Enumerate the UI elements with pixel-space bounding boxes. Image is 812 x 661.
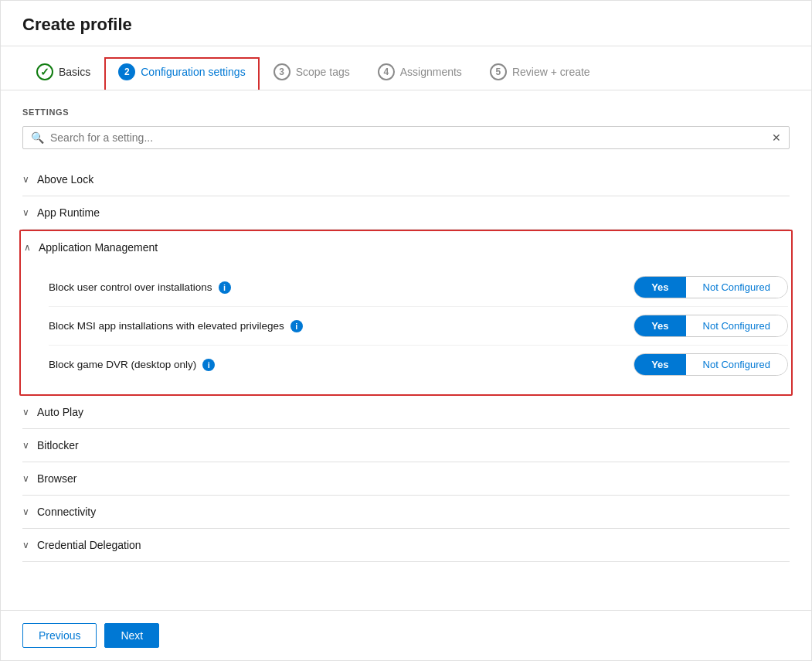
info-icon-block-msi-app[interactable]: i: [290, 320, 303, 332]
chevron-down-icon: ∨: [22, 207, 29, 218]
page-title: Create profile: [22, 15, 790, 35]
search-icon: 🔍: [31, 131, 44, 144]
toggle-yes-block-game-dvr[interactable]: Yes: [634, 354, 685, 375]
tab-number-review: 5: [496, 66, 501, 77]
chevron-down-icon: ∨: [22, 407, 29, 417]
tab-review[interactable]: 5 Review + create: [476, 57, 604, 90]
chevron-up-icon: ∧: [24, 242, 31, 253]
accordion-label-app-runtime: App Runtime: [37, 206, 100, 219]
accordion-header-auto-play[interactable]: ∨ Auto Play: [22, 396, 790, 428]
accordion-credential-delegation: ∨ Credential Delegation: [22, 529, 790, 562]
accordion-application-management: ∧ Application Management Block user cont…: [19, 230, 793, 396]
setting-label-block-user-control: Block user control over installations: [49, 281, 212, 293]
accordion-label-above-lock: Above Lock: [37, 173, 93, 186]
toggle-group-block-user-control: Yes Not Configured: [634, 276, 788, 298]
tab-basics[interactable]: ✓ Basics: [22, 57, 104, 90]
chevron-down-icon: ∨: [22, 540, 29, 550]
tab-label-configuration: Configuration settings: [141, 66, 245, 78]
tab-circle-basics: ✓: [36, 63, 53, 80]
tab-number-assignments: 4: [383, 66, 389, 77]
accordion-header-browser[interactable]: ∨ Browser: [22, 462, 790, 495]
setting-label-wrap-1: Block user control over installations i: [49, 281, 634, 294]
accordion-app-runtime: ∨ App Runtime: [22, 196, 790, 230]
toggle-group-block-game-dvr: Yes Not Configured: [634, 353, 788, 376]
tab-assignments[interactable]: 4 Assignments: [364, 57, 476, 90]
info-icon-block-game-dvr[interactable]: i: [202, 359, 215, 371]
toggle-group-block-msi-app: Yes Not Configured: [634, 315, 788, 337]
check-icon: ✓: [40, 66, 49, 78]
accordion-above-lock: ∨ Above Lock: [22, 163, 790, 196]
setting-label-wrap-2: Block MSI app installations with elevate…: [49, 320, 634, 332]
setting-row-block-game-dvr: Block game DVR (desktop only) i Yes Not …: [49, 345, 788, 383]
next-button[interactable]: Next: [104, 623, 159, 648]
chevron-down-icon: ∨: [22, 440, 29, 451]
tab-label-review: Review + create: [512, 66, 590, 78]
accordion-connectivity: ∨ Connectivity: [22, 496, 790, 529]
accordion-label-application-management: Application Management: [39, 241, 158, 254]
content-area: SETTINGS 🔍 ✕ ∨ Above Lock ∨ App Runtime …: [1, 90, 811, 610]
tab-configuration[interactable]: 2 Configuration settings: [104, 57, 259, 90]
tab-circle-scope: 3: [273, 63, 290, 80]
tab-label-basics: Basics: [59, 66, 90, 78]
setting-label-block-msi-app: Block MSI app installations with elevate…: [49, 320, 284, 332]
accordion-label-credential-delegation: Credential Delegation: [37, 539, 141, 551]
accordion-header-bitlocker[interactable]: ∨ Bitlocker: [22, 429, 790, 462]
clear-icon[interactable]: ✕: [772, 131, 781, 144]
tab-label-assignments: Assignments: [400, 66, 462, 78]
accordion-auto-play: ∨ Auto Play: [22, 396, 790, 429]
accordion-label-bitlocker: Bitlocker: [37, 439, 79, 451]
previous-button[interactable]: Previous: [22, 623, 97, 648]
accordion-label-connectivity: Connectivity: [37, 506, 96, 518]
search-box[interactable]: 🔍 ✕: [22, 126, 790, 149]
accordion-browser: ∨ Browser: [22, 462, 790, 496]
info-icon-block-user-control[interactable]: i: [219, 281, 231, 294]
setting-label-block-game-dvr: Block game DVR (desktop only): [49, 359, 196, 370]
tab-circle-review: 5: [490, 63, 507, 80]
chevron-down-icon: ∨: [22, 473, 29, 484]
chevron-down-icon: ∨: [22, 506, 29, 517]
toggle-yes-block-user-control[interactable]: Yes: [634, 277, 685, 298]
tab-scope[interactable]: 3 Scope tags: [260, 57, 364, 90]
accordion-header-app-runtime[interactable]: ∨ App Runtime: [22, 196, 790, 229]
setting-row-block-msi-app: Block MSI app installations with elevate…: [49, 306, 788, 345]
tab-number-configuration: 2: [124, 66, 130, 77]
accordion-header-above-lock[interactable]: ∨ Above Lock: [22, 163, 790, 196]
tab-circle-configuration: 2: [118, 63, 135, 80]
accordion-label-auto-play: Auto Play: [37, 406, 83, 418]
page-container: Create profile ✓ Basics 2 Configuration …: [0, 0, 812, 661]
tab-label-scope: Scope tags: [296, 66, 350, 78]
toggle-yes-block-msi-app[interactable]: Yes: [634, 315, 685, 336]
wizard-tabs: ✓ Basics 2 Configuration settings 3 Scop…: [1, 46, 811, 90]
setting-row-block-user-control: Block user control over installations i …: [49, 268, 788, 306]
tab-number-scope: 3: [279, 66, 284, 77]
toggle-not-configured-block-game-dvr[interactable]: Not Configured: [686, 354, 787, 375]
page-header: Create profile: [1, 1, 811, 46]
accordion-header-credential-delegation[interactable]: ∨ Credential Delegation: [22, 529, 790, 561]
footer: Previous Next: [1, 610, 811, 660]
accordion-bitlocker: ∨ Bitlocker: [22, 429, 790, 462]
accordion-header-application-management[interactable]: ∧ Application Management: [24, 231, 788, 264]
toggle-not-configured-block-msi-app[interactable]: Not Configured: [686, 315, 787, 336]
accordion-body-application-management: Block user control over installations i …: [24, 264, 788, 394]
accordion-header-connectivity[interactable]: ∨ Connectivity: [22, 496, 790, 528]
chevron-down-icon: ∨: [22, 174, 29, 185]
tab-circle-assignments: 4: [378, 63, 395, 80]
accordion-label-browser: Browser: [37, 472, 76, 485]
toggle-not-configured-block-user-control[interactable]: Not Configured: [686, 277, 787, 298]
search-input[interactable]: [50, 131, 772, 144]
setting-label-wrap-3: Block game DVR (desktop only) i: [49, 359, 634, 371]
section-label: SETTINGS: [22, 107, 790, 117]
